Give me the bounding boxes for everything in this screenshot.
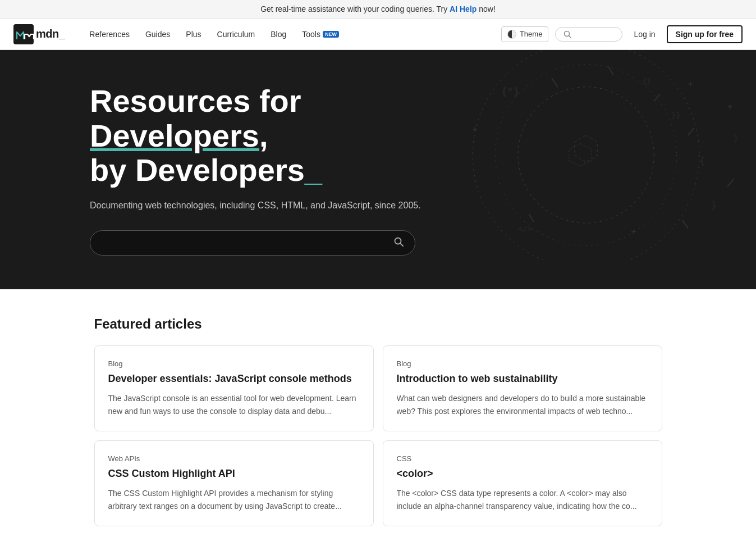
article-category-2: Web APIs <box>108 454 360 463</box>
banner-text: Get real-time assistance with your codin… <box>260 4 450 13</box>
ai-help-link[interactable]: AI Help <box>450 4 476 13</box>
theme-button[interactable]: Theme <box>501 26 548 42</box>
svg-text:}: } <box>734 134 739 143</box>
nav-tools[interactable]: Tools NEW <box>295 26 346 42</box>
article-title-2: CSS Custom Highlight API <box>108 467 360 480</box>
article-card-0[interactable]: Blog Developer essentials: JavaScript co… <box>94 345 374 431</box>
svg-text:}: } <box>711 199 717 211</box>
article-excerpt-3: The <color> CSS data type represents a c… <box>397 487 648 512</box>
nav-blog[interactable]: Blog <box>264 26 293 42</box>
top-banner: Get real-time assistance with your codin… <box>0 0 756 19</box>
svg-marker-29 <box>575 135 597 162</box>
svg-line-16 <box>682 220 688 228</box>
nav-plus[interactable]: Plus <box>179 26 208 42</box>
hero-content: Resources for Developers, by Developers_… <box>90 84 449 256</box>
article-excerpt-2: The CSS Custom Highlight API provides a … <box>108 487 360 512</box>
svg-line-19 <box>688 128 694 135</box>
svg-text:{}: {} <box>643 78 651 86</box>
svg-point-30 <box>395 238 401 244</box>
article-title-3: <color> <box>397 467 648 480</box>
hero-subtitle: Documenting web technologies, including … <box>90 199 449 212</box>
article-category-1: Blog <box>397 359 648 368</box>
nav-references[interactable]: References <box>83 26 136 42</box>
search-icon <box>563 30 571 38</box>
svg-text:</>: </> <box>518 224 533 233</box>
new-badge: NEW <box>323 31 339 38</box>
header-search-button[interactable] <box>555 27 622 42</box>
article-card-3[interactable]: CSS <color> The <color> CSS data type re… <box>383 440 662 526</box>
login-button[interactable]: Log in <box>629 26 659 42</box>
articles-grid: Blog Developer essentials: JavaScript co… <box>94 345 662 526</box>
svg-line-15 <box>654 94 659 101</box>
article-card-1[interactable]: Blog Introduction to web sustainability … <box>383 345 662 431</box>
svg-line-31 <box>401 243 404 246</box>
article-category-3: CSS <box>397 454 648 463</box>
article-category-0: Blog <box>108 359 360 368</box>
svg-text:{"}: {"} <box>501 86 519 98</box>
article-excerpt-0: The JavaScript console is an essential t… <box>108 392 360 417</box>
svg-marker-28 <box>569 144 592 166</box>
hero-title: Resources for Developers, by Developers_ <box>90 84 449 188</box>
svg-line-14 <box>608 67 613 75</box>
article-excerpt-1: What can web designers and developers do… <box>397 392 648 417</box>
nav-guides[interactable]: Guides <box>139 26 177 42</box>
main-nav: References Guides Plus Curriculum Blog T… <box>83 26 483 42</box>
svg-line-18 <box>727 179 733 186</box>
svg-text:{: { <box>699 155 705 166</box>
hero-search-input[interactable] <box>102 238 388 248</box>
nav-curriculum[interactable]: Curriculum <box>210 26 262 42</box>
svg-point-5 <box>473 50 699 260</box>
search-icon <box>393 236 404 249</box>
logo[interactable]: mdn_ <box>13 24 65 44</box>
theme-icon <box>507 30 516 39</box>
svg-point-3 <box>518 87 654 223</box>
svg-line-2 <box>569 35 571 38</box>
logo-text: mdn_ <box>36 28 65 40</box>
article-title-0: Developer essentials: JavaScript console… <box>108 372 360 385</box>
featured-section-title: Featured articles <box>94 316 662 332</box>
svg-text:}}: }} <box>671 111 680 120</box>
signup-button[interactable]: Sign up for free <box>667 25 743 43</box>
main-content: Featured articles Blog Developer essenti… <box>81 289 676 551</box>
article-title-1: Introduction to web sustainability <box>397 372 648 385</box>
logo-icon <box>13 24 34 44</box>
hero-search-bar[interactable] <box>90 230 415 256</box>
svg-line-17 <box>529 215 534 222</box>
svg-line-13 <box>552 79 557 87</box>
header-actions: Theme Log in Sign up for free <box>501 25 743 43</box>
theme-label: Theme <box>520 30 542 38</box>
banner-text-after: now! <box>476 4 495 13</box>
article-card-2[interactable]: Web APIs CSS Custom Highlight API The CS… <box>94 440 374 526</box>
hero-section: {"} }} { } </> {} } <box>0 50 756 289</box>
header: mdn_ References Guides Plus Curriculum B… <box>0 19 756 50</box>
svg-point-4 <box>495 64 676 245</box>
